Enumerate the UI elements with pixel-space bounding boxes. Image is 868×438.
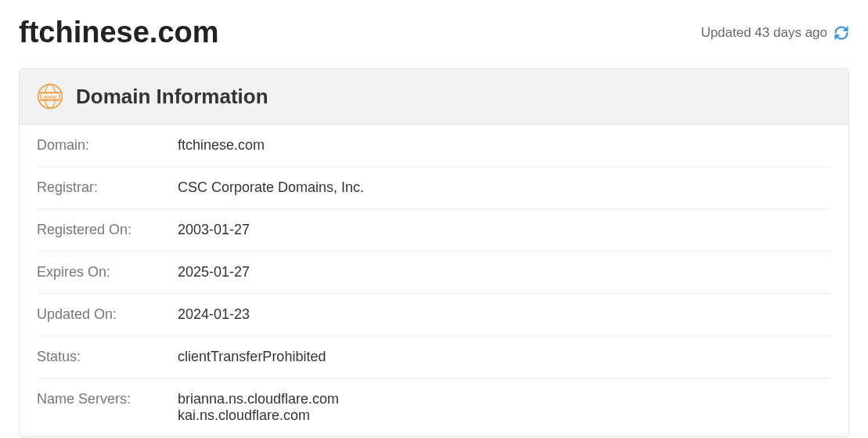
info-label: Name Servers: xyxy=(37,391,178,424)
info-label: Registered On: xyxy=(37,222,178,238)
info-label: Status: xyxy=(37,349,178,365)
info-row-status: Status: clientTransferProhibited xyxy=(37,336,831,378)
card-title: Domain Information xyxy=(76,85,268,109)
updated-text: Updated 43 days ago xyxy=(701,25,827,41)
info-list: Domain: ftchinese.com Registrar: CSC Cor… xyxy=(20,125,848,436)
info-label: Registrar: xyxy=(37,179,178,196)
info-row-updated-on: Updated On: 2024-01-23 xyxy=(37,294,831,336)
svg-text:WWW: WWW xyxy=(44,95,57,100)
info-value: ftchinese.com xyxy=(178,137,265,154)
info-value: CSC Corporate Domains, Inc. xyxy=(178,179,364,196)
info-label: Updated On: xyxy=(37,306,178,323)
info-value: 2024-01-23 xyxy=(178,306,250,323)
info-value: 2025-01-27 xyxy=(178,264,250,281)
info-row-registered-on: Registered On: 2003-01-27 xyxy=(37,209,831,252)
info-value: clientTransferProhibited xyxy=(178,349,326,365)
card-header: WWW Domain Information xyxy=(20,69,848,125)
info-label: Domain: xyxy=(37,137,178,154)
page-header: ftchinese.com Updated 43 days ago xyxy=(19,16,849,49)
www-icon: WWW xyxy=(37,83,63,110)
info-value: brianna.ns.cloudflare.com kai.ns.cloudfl… xyxy=(178,391,339,424)
info-row-expires-on: Expires On: 2025-01-27 xyxy=(37,252,831,294)
page-title: ftchinese.com xyxy=(19,16,219,49)
refresh-icon[interactable] xyxy=(834,25,849,41)
info-label: Expires On: xyxy=(37,264,178,281)
info-row-registrar: Registrar: CSC Corporate Domains, Inc. xyxy=(37,167,831,209)
updated-status: Updated 43 days ago xyxy=(701,25,849,41)
domain-info-card: WWW Domain Information Domain: ftchinese… xyxy=(19,68,849,437)
info-row-domain: Domain: ftchinese.com xyxy=(37,125,831,167)
info-row-name-servers: Name Servers: brianna.ns.cloudflare.com … xyxy=(37,378,831,436)
info-value: 2003-01-27 xyxy=(178,222,250,238)
